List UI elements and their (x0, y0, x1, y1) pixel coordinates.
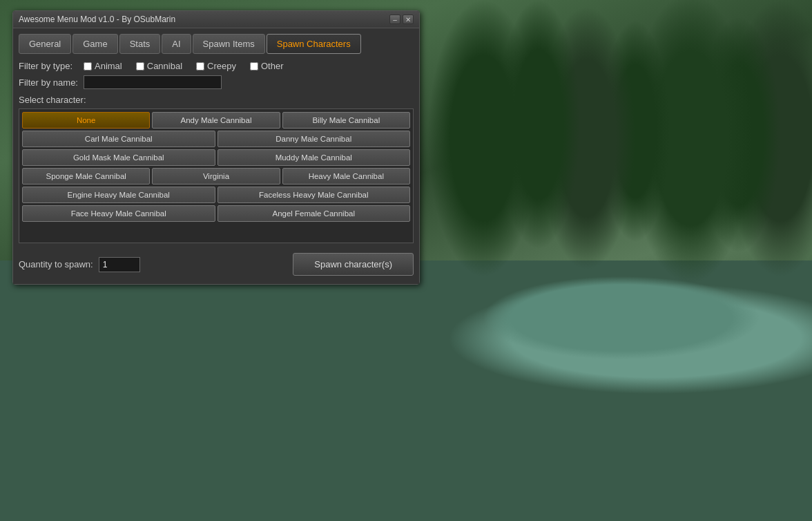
tab-game[interactable]: Game (72, 34, 117, 54)
quantity-label: Quantity to spawn: (19, 259, 93, 269)
char-btn-face-heavy[interactable]: Face Heavy Male Cannibal (22, 205, 215, 222)
filter-type-label: Filter by type: (19, 61, 81, 71)
filter-type-section: Filter by type: Animal Cannibal Creepy (19, 61, 414, 89)
tab-bar: General Game Stats AI Spawn Items Spawn … (19, 34, 414, 54)
quantity-input[interactable] (99, 257, 140, 272)
tab-general[interactable]: General (19, 34, 71, 54)
filter-name-row: Filter by name: (19, 75, 414, 89)
char-btn-muddy[interactable]: Muddy Male Cannibal (218, 149, 411, 166)
main-window: Awesome Menu Mod v1.0 - By OSubMarin – ✕… (12, 10, 420, 285)
char-btn-andy[interactable]: Andy Male Cannibal (152, 112, 280, 129)
character-list[interactable]: None Andy Male Cannibal Billy Male Canni… (19, 108, 414, 243)
char-row-5: Engine Heavy Male Cannibal Faceless Heav… (22, 187, 410, 203)
char-btn-heavy[interactable]: Heavy Male Cannibal (282, 168, 410, 184)
bottom-row: Quantity to spawn: Spawn character(s) (19, 250, 414, 278)
spawn-button[interactable]: Spawn character(s) (293, 253, 414, 276)
char-btn-angel-female[interactable]: Angel Female Cannibal (218, 205, 411, 222)
quantity-group: Quantity to spawn: (19, 257, 140, 272)
checkbox-animal[interactable]: Animal (84, 61, 122, 71)
title-buttons: – ✕ (389, 15, 414, 24)
window-title: Awesome Menu Mod v1.0 - By OSubMarin (19, 15, 175, 24)
select-character-label: Select character: (19, 95, 414, 105)
checkbox-cannibal[interactable]: Cannibal (136, 61, 182, 71)
filter-name-label: Filter by name: (19, 77, 81, 88)
char-btn-carl[interactable]: Carl Male Cannibal (22, 131, 215, 147)
char-row-3: Gold Mask Male Cannibal Muddy Male Canni… (22, 149, 410, 166)
title-bar: Awesome Menu Mod v1.0 - By OSubMarin – ✕ (13, 11, 419, 28)
minimize-button[interactable]: – (389, 15, 400, 24)
char-btn-faceless[interactable]: Faceless Heavy Male Cannibal (218, 187, 411, 203)
char-row-6: Face Heavy Male Cannibal Angel Female Ca… (22, 205, 410, 222)
tab-ai[interactable]: AI (162, 34, 191, 54)
tab-spawn-items[interactable]: Spawn Items (193, 34, 265, 54)
char-btn-virginia[interactable]: Virginia (152, 168, 280, 184)
name-filter-input[interactable] (84, 75, 222, 89)
char-row-1: None Andy Male Cannibal Billy Male Canni… (22, 112, 410, 129)
animal-checkbox[interactable] (84, 62, 92, 70)
creepy-label: Creepy (207, 61, 236, 71)
filter-type-row: Filter by type: Animal Cannibal Creepy (19, 61, 414, 71)
checkbox-other[interactable]: Other (250, 61, 284, 71)
close-button[interactable]: ✕ (403, 15, 414, 24)
char-btn-gold-mask[interactable]: Gold Mask Male Cannibal (22, 149, 215, 166)
char-btn-sponge[interactable]: Sponge Male Cannibal (22, 168, 150, 184)
creepy-checkbox[interactable] (196, 62, 204, 70)
char-btn-billy[interactable]: Billy Male Cannibal (282, 112, 410, 129)
char-btn-engine[interactable]: Engine Heavy Male Cannibal (22, 187, 215, 203)
animal-label: Animal (95, 61, 122, 71)
char-row-4: Sponge Male Cannibal Virginia Heavy Male… (22, 168, 410, 184)
char-row-2: Carl Male Cannibal Danny Male Cannibal (22, 131, 410, 147)
other-checkbox[interactable] (250, 62, 258, 70)
char-btn-none[interactable]: None (22, 112, 150, 129)
char-btn-danny[interactable]: Danny Male Cannibal (218, 131, 411, 147)
cannibal-label: Cannibal (147, 61, 182, 71)
checkbox-creepy[interactable]: Creepy (196, 61, 236, 71)
other-label: Other (261, 61, 284, 71)
window-body: General Game Stats AI Spawn Items Spawn … (13, 28, 419, 284)
cannibal-checkbox[interactable] (136, 62, 144, 70)
tab-spawn-characters[interactable]: Spawn Characters (267, 34, 361, 54)
checkbox-group: Animal Cannibal Creepy Other (84, 61, 284, 71)
tab-stats[interactable]: Stats (119, 34, 161, 54)
